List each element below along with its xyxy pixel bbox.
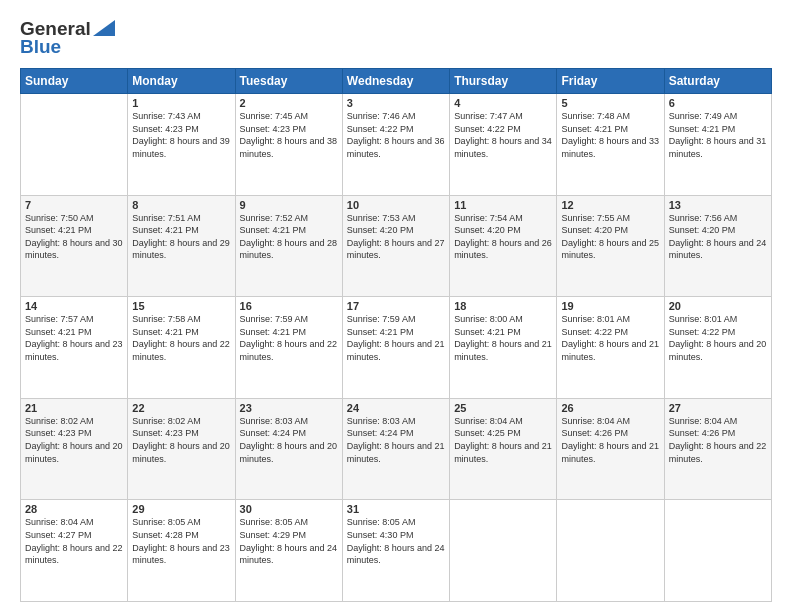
day-number: 3: [347, 97, 445, 109]
day-cell: [21, 94, 128, 196]
day-cell: 28 Sunrise: 8:04 AMSunset: 4:27 PMDaylig…: [21, 500, 128, 602]
day-number: 7: [25, 199, 123, 211]
logo-blue: Blue: [20, 36, 61, 58]
week-row-1: 1 Sunrise: 7:43 AMSunset: 4:23 PMDayligh…: [21, 94, 772, 196]
day-info: Sunrise: 8:01 AMSunset: 4:22 PMDaylight:…: [561, 314, 659, 362]
day-info: Sunrise: 7:50 AMSunset: 4:21 PMDaylight:…: [25, 213, 123, 261]
day-info: Sunrise: 8:05 AMSunset: 4:28 PMDaylight:…: [132, 517, 230, 565]
day-info: Sunrise: 7:52 AMSunset: 4:21 PMDaylight:…: [240, 213, 338, 261]
day-number: 13: [669, 199, 767, 211]
day-number: 21: [25, 402, 123, 414]
day-cell: 27 Sunrise: 8:04 AMSunset: 4:26 PMDaylig…: [664, 398, 771, 500]
day-cell: 13 Sunrise: 7:56 AMSunset: 4:20 PMDaylig…: [664, 195, 771, 297]
day-cell: 11 Sunrise: 7:54 AMSunset: 4:20 PMDaylig…: [450, 195, 557, 297]
day-cell: 12 Sunrise: 7:55 AMSunset: 4:20 PMDaylig…: [557, 195, 664, 297]
week-row-2: 7 Sunrise: 7:50 AMSunset: 4:21 PMDayligh…: [21, 195, 772, 297]
day-info: Sunrise: 8:05 AMSunset: 4:30 PMDaylight:…: [347, 517, 445, 565]
day-info: Sunrise: 8:00 AMSunset: 4:21 PMDaylight:…: [454, 314, 552, 362]
day-number: 8: [132, 199, 230, 211]
day-number: 27: [669, 402, 767, 414]
day-info: Sunrise: 7:53 AMSunset: 4:20 PMDaylight:…: [347, 213, 445, 261]
day-cell: 16 Sunrise: 7:59 AMSunset: 4:21 PMDaylig…: [235, 297, 342, 399]
day-number: 6: [669, 97, 767, 109]
day-number: 18: [454, 300, 552, 312]
logo: General Blue: [20, 18, 115, 58]
day-cell: 31 Sunrise: 8:05 AMSunset: 4:30 PMDaylig…: [342, 500, 449, 602]
day-info: Sunrise: 7:47 AMSunset: 4:22 PMDaylight:…: [454, 111, 552, 159]
column-header-friday: Friday: [557, 69, 664, 94]
day-info: Sunrise: 7:58 AMSunset: 4:21 PMDaylight:…: [132, 314, 230, 362]
day-number: 4: [454, 97, 552, 109]
day-info: Sunrise: 8:03 AMSunset: 4:24 PMDaylight:…: [347, 416, 445, 464]
column-header-sunday: Sunday: [21, 69, 128, 94]
day-cell: 2 Sunrise: 7:45 AMSunset: 4:23 PMDayligh…: [235, 94, 342, 196]
day-cell: 14 Sunrise: 7:57 AMSunset: 4:21 PMDaylig…: [21, 297, 128, 399]
day-cell: 30 Sunrise: 8:05 AMSunset: 4:29 PMDaylig…: [235, 500, 342, 602]
day-cell: 21 Sunrise: 8:02 AMSunset: 4:23 PMDaylig…: [21, 398, 128, 500]
day-cell: 5 Sunrise: 7:48 AMSunset: 4:21 PMDayligh…: [557, 94, 664, 196]
day-cell: 6 Sunrise: 7:49 AMSunset: 4:21 PMDayligh…: [664, 94, 771, 196]
day-number: 19: [561, 300, 659, 312]
day-number: 2: [240, 97, 338, 109]
day-number: 24: [347, 402, 445, 414]
day-number: 11: [454, 199, 552, 211]
day-cell: [664, 500, 771, 602]
day-number: 10: [347, 199, 445, 211]
day-cell: [557, 500, 664, 602]
day-cell: 10 Sunrise: 7:53 AMSunset: 4:20 PMDaylig…: [342, 195, 449, 297]
day-number: 20: [669, 300, 767, 312]
day-info: Sunrise: 8:04 AMSunset: 4:27 PMDaylight:…: [25, 517, 123, 565]
day-info: Sunrise: 8:02 AMSunset: 4:23 PMDaylight:…: [25, 416, 123, 464]
calendar-table: SundayMondayTuesdayWednesdayThursdayFrid…: [20, 68, 772, 602]
week-row-3: 14 Sunrise: 7:57 AMSunset: 4:21 PMDaylig…: [21, 297, 772, 399]
day-cell: 4 Sunrise: 7:47 AMSunset: 4:22 PMDayligh…: [450, 94, 557, 196]
day-number: 28: [25, 503, 123, 515]
calendar-page: General Blue SundayMondayTuesdayWednesda…: [0, 0, 792, 612]
column-header-monday: Monday: [128, 69, 235, 94]
logo-icon: [93, 20, 115, 36]
day-number: 17: [347, 300, 445, 312]
day-cell: 26 Sunrise: 8:04 AMSunset: 4:26 PMDaylig…: [557, 398, 664, 500]
day-info: Sunrise: 7:46 AMSunset: 4:22 PMDaylight:…: [347, 111, 445, 159]
column-header-wednesday: Wednesday: [342, 69, 449, 94]
day-number: 1: [132, 97, 230, 109]
day-number: 29: [132, 503, 230, 515]
week-row-4: 21 Sunrise: 8:02 AMSunset: 4:23 PMDaylig…: [21, 398, 772, 500]
day-number: 15: [132, 300, 230, 312]
svg-marker-0: [93, 20, 115, 36]
day-cell: 25 Sunrise: 8:04 AMSunset: 4:25 PMDaylig…: [450, 398, 557, 500]
day-info: Sunrise: 7:49 AMSunset: 4:21 PMDaylight:…: [669, 111, 767, 159]
day-number: 12: [561, 199, 659, 211]
day-cell: 8 Sunrise: 7:51 AMSunset: 4:21 PMDayligh…: [128, 195, 235, 297]
day-number: 23: [240, 402, 338, 414]
day-cell: 18 Sunrise: 8:00 AMSunset: 4:21 PMDaylig…: [450, 297, 557, 399]
day-info: Sunrise: 8:04 AMSunset: 4:25 PMDaylight:…: [454, 416, 552, 464]
day-cell: 20 Sunrise: 8:01 AMSunset: 4:22 PMDaylig…: [664, 297, 771, 399]
day-cell: 24 Sunrise: 8:03 AMSunset: 4:24 PMDaylig…: [342, 398, 449, 500]
day-info: Sunrise: 7:59 AMSunset: 4:21 PMDaylight:…: [347, 314, 445, 362]
day-info: Sunrise: 8:01 AMSunset: 4:22 PMDaylight:…: [669, 314, 767, 362]
day-cell: 15 Sunrise: 7:58 AMSunset: 4:21 PMDaylig…: [128, 297, 235, 399]
day-cell: 23 Sunrise: 8:03 AMSunset: 4:24 PMDaylig…: [235, 398, 342, 500]
day-cell: [450, 500, 557, 602]
day-info: Sunrise: 7:59 AMSunset: 4:21 PMDaylight:…: [240, 314, 338, 362]
day-info: Sunrise: 8:04 AMSunset: 4:26 PMDaylight:…: [561, 416, 659, 464]
day-cell: 1 Sunrise: 7:43 AMSunset: 4:23 PMDayligh…: [128, 94, 235, 196]
header: General Blue: [20, 18, 772, 58]
day-number: 25: [454, 402, 552, 414]
day-number: 5: [561, 97, 659, 109]
day-cell: 22 Sunrise: 8:02 AMSunset: 4:23 PMDaylig…: [128, 398, 235, 500]
day-number: 30: [240, 503, 338, 515]
day-info: Sunrise: 7:56 AMSunset: 4:20 PMDaylight:…: [669, 213, 767, 261]
day-info: Sunrise: 7:48 AMSunset: 4:21 PMDaylight:…: [561, 111, 659, 159]
day-cell: 19 Sunrise: 8:01 AMSunset: 4:22 PMDaylig…: [557, 297, 664, 399]
day-info: Sunrise: 7:54 AMSunset: 4:20 PMDaylight:…: [454, 213, 552, 261]
day-number: 31: [347, 503, 445, 515]
day-number: 14: [25, 300, 123, 312]
day-info: Sunrise: 7:51 AMSunset: 4:21 PMDaylight:…: [132, 213, 230, 261]
column-header-tuesday: Tuesday: [235, 69, 342, 94]
day-number: 9: [240, 199, 338, 211]
calendar-header-row: SundayMondayTuesdayWednesdayThursdayFrid…: [21, 69, 772, 94]
day-cell: 3 Sunrise: 7:46 AMSunset: 4:22 PMDayligh…: [342, 94, 449, 196]
day-cell: 7 Sunrise: 7:50 AMSunset: 4:21 PMDayligh…: [21, 195, 128, 297]
